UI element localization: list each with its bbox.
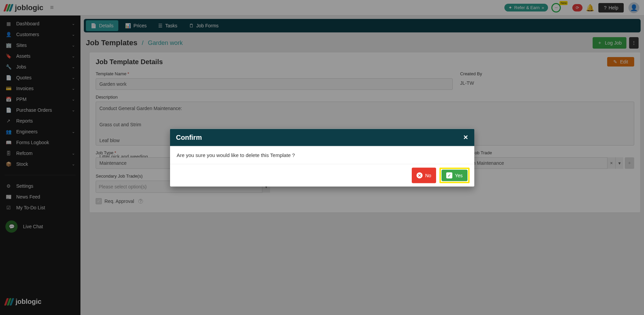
modal-footer: ✕ No ✓ Yes	[170, 164, 474, 186]
no-button[interactable]: ✕ No	[412, 167, 436, 183]
confirm-icon: ✓	[446, 172, 452, 178]
close-icon[interactable]: ✕	[463, 134, 468, 141]
modal-header: Confirm ✕	[170, 129, 474, 146]
cancel-icon: ✕	[416, 172, 423, 178]
modal-message: Are you sure you would like to delete th…	[177, 152, 295, 158]
modal-title: Confirm	[176, 133, 202, 141]
yes-label: Yes	[455, 173, 463, 178]
modal-body: Are you sure you would like to delete th…	[170, 146, 474, 164]
no-label: No	[425, 173, 431, 178]
yes-button[interactable]: ✓ Yes	[442, 169, 468, 181]
yes-highlight: ✓ Yes	[439, 167, 470, 183]
confirm-modal: Confirm ✕ Are you sure you would like to…	[170, 129, 474, 186]
